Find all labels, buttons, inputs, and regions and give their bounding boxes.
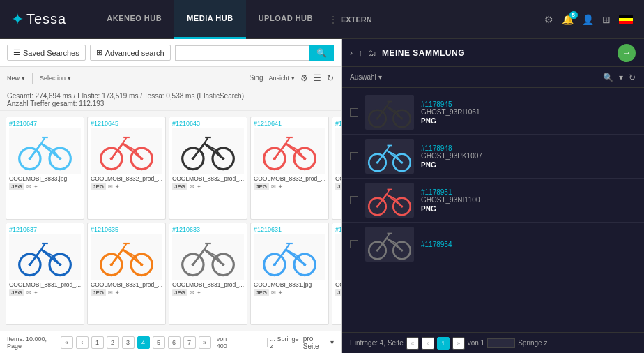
meta-icon-1: ✉	[190, 290, 194, 296]
right-page-prev-prev[interactable]: «	[406, 337, 419, 350]
grid-item-name: COOLMOBI_8832_prod_...	[91, 175, 162, 182]
grid-item[interactable]: #1210629 COOLMOBI_8830_prod_... JPG ✉ ✦	[332, 223, 341, 326]
grid-item-id: #1210637	[9, 226, 81, 233]
grid-item[interactable]: #1210633 COOLMOBI_8831_prod_... JPG ✉ ✦	[169, 223, 247, 326]
settings-icon[interactable]: ⚙	[544, 14, 553, 25]
stats-line1: Gesamt: 274,694 ms / Elastic: 173,519 ms…	[7, 92, 334, 100]
right-list-item[interactable]: #1178948 GHOST_93PK1007 PNG	[342, 135, 644, 179]
page-jump-input[interactable]	[240, 338, 268, 347]
nav-separator: ⋮	[328, 0, 338, 39]
right-list-item[interactable]: #1178945 GHOST_93RI1061 PNG	[342, 91, 644, 135]
selection-button[interactable]: Selection ▾	[40, 75, 71, 82]
user-icon[interactable]: 👤	[582, 14, 594, 25]
export-button[interactable]: →	[618, 44, 636, 62]
item-info: #1178951 GHOST_93NI1100 PNG	[421, 188, 636, 213]
refresh-right-icon[interactable]: ↻	[629, 73, 636, 82]
page-7[interactable]: 7	[183, 336, 196, 349]
page-1[interactable]: 1	[91, 336, 104, 349]
per-page-select[interactable]: pro Seite ▾	[303, 335, 334, 350]
grid-item[interactable]: #1210637 COOLMOBI_8831_prod_... JPG ✉ ✦	[6, 223, 84, 326]
item-thumb	[365, 183, 414, 218]
collection-upload-icon: ↑	[358, 48, 362, 58]
right-page-prev[interactable]: ‹	[422, 337, 434, 350]
expand-icon[interactable]: ›	[350, 48, 353, 58]
grid-item-id: #1210641	[254, 120, 325, 127]
right-list-item[interactable]: #1178954	[342, 223, 644, 266]
grid-item[interactable]: #1210643 COOLMOBI_8832_prod_... JPG ✉ ✦	[169, 117, 247, 220]
grid-item-id: #1210633	[172, 226, 244, 233]
page-4[interactable]: 4	[137, 336, 150, 349]
item-info: #1178948 GHOST_93PK1007 PNG	[421, 144, 636, 169]
search-button[interactable]: 🔍	[309, 45, 334, 61]
grid-item[interactable]: #1210631 COOLMOBI_8831.jpg JPG ✉ ✦	[250, 223, 329, 326]
grid-item-meta: JPG ✉ ✦	[335, 183, 341, 190]
item-type: PNG	[421, 117, 636, 125]
grid-item-thumb	[172, 234, 244, 280]
right-page-next[interactable]: »	[452, 337, 465, 350]
grid-item-id: #1210639	[335, 120, 341, 127]
search-input[interactable]	[175, 45, 309, 61]
right-page-1[interactable]: 1	[437, 337, 450, 350]
saved-searches-button[interactable]: ☰ Saved Searches	[7, 45, 86, 61]
nav-extern[interactable]: EXTERN	[341, 0, 372, 39]
right-eintraege-label: Einträge: 4, Seite	[350, 339, 404, 347]
meta-icon-2: ✦	[115, 290, 120, 296]
item-checkbox[interactable]	[350, 240, 358, 248]
type-tag: JPG	[9, 289, 24, 296]
view-chevron: ▾	[291, 75, 295, 82]
tab-upload-hub[interactable]: UPLOAD HUB	[246, 0, 325, 39]
grid-icon[interactable]: ⚙	[300, 73, 308, 83]
page-prev[interactable]: ‹	[76, 336, 89, 349]
page-prev-prev[interactable]: «	[61, 336, 73, 349]
filter-icon: ⊞	[96, 48, 102, 57]
meta-icon-2: ✦	[278, 183, 283, 190]
extern-label: EXTERN	[341, 15, 372, 24]
search-right-icon[interactable]: 🔍	[603, 73, 613, 82]
right-list-item[interactable]: #1178951 GHOST_93NI1100 PNG	[342, 179, 644, 223]
chevron-down-icon[interactable]: ▾	[619, 73, 623, 82]
meta-icon-2: ✦	[197, 183, 201, 190]
right-page-jump[interactable]	[487, 338, 515, 348]
meta-icon-2: ✦	[33, 183, 38, 190]
page-next[interactable]: »	[199, 336, 211, 349]
items-label: Items: 10.000, Page	[7, 336, 58, 350]
item-info: #1178954	[421, 241, 636, 248]
meta-icon-2: ✦	[278, 290, 283, 296]
auswahl-button[interactable]: Auswahl ▾	[350, 73, 382, 81]
grid-item[interactable]: #1210645 COOLMOBI_8832_prod_... JPG ✉ ✦	[87, 117, 166, 220]
menu-icon[interactable]: ⊞	[602, 14, 611, 25]
grid-item[interactable]: #1210647 COOLMOBI_8833.jpg JPG ✉ ✦	[6, 117, 84, 220]
item-checkbox[interactable]	[350, 152, 358, 160]
grid-item[interactable]: #1210641 COOLMOBI_8832_prod_... JPG ✉ ✦	[250, 117, 329, 220]
type-tag: JPG	[172, 289, 187, 296]
tab-akeneo-hub[interactable]: AKENEO HUB	[94, 0, 174, 39]
meta-icon-1: ✉	[108, 290, 113, 296]
new-button[interactable]: New ▾	[7, 75, 25, 82]
bell-icon[interactable]: 🔔5	[562, 14, 574, 25]
page-5[interactable]: 5	[153, 336, 165, 349]
page-6[interactable]: 6	[168, 336, 181, 349]
svg-line-17	[123, 137, 126, 144]
page-3[interactable]: 3	[122, 336, 135, 349]
grid-item-name: COOLMOBI_8831_prod_...	[91, 281, 162, 288]
list-view-icon[interactable]: ☰	[314, 73, 321, 83]
item-checkbox[interactable]	[350, 196, 358, 204]
grid-item-name: COOLMOBI_8830_prod_...	[335, 281, 341, 288]
meta-icon-2: ✦	[115, 183, 120, 190]
refresh-icon[interactable]: ↻	[327, 73, 334, 83]
advanced-search-button[interactable]: ⊞ Advanced search	[90, 45, 171, 61]
item-thumb	[365, 227, 414, 262]
view-button[interactable]: Ansicht ▾	[268, 75, 295, 82]
page-2[interactable]: 2	[107, 336, 119, 349]
meta-icon-1: ✉	[271, 290, 276, 296]
item-checkbox[interactable]	[350, 108, 358, 117]
top-nav: ✦ Tessa AKENEO HUB MEDIA HUB UPLOAD HUB …	[0, 0, 644, 39]
grid-item[interactable]: #1210635 COOLMOBI_8831_prod_... JPG ✉ ✦	[87, 223, 166, 326]
language-flag[interactable]	[619, 15, 633, 24]
grid-item[interactable]: #1210639 COOLMOBI_8832.jpg JPG ✉ ✦	[332, 117, 341, 220]
tab-media-hub[interactable]: MEDIA HUB	[174, 0, 245, 39]
collection-title: MEINE SAMMLUNG	[382, 48, 465, 58]
stats-line2: Anzahl Treffer gesamt: 112.193	[7, 100, 334, 107]
svg-line-116	[387, 101, 390, 106]
saved-searches-label: Saved Searches	[23, 49, 79, 57]
